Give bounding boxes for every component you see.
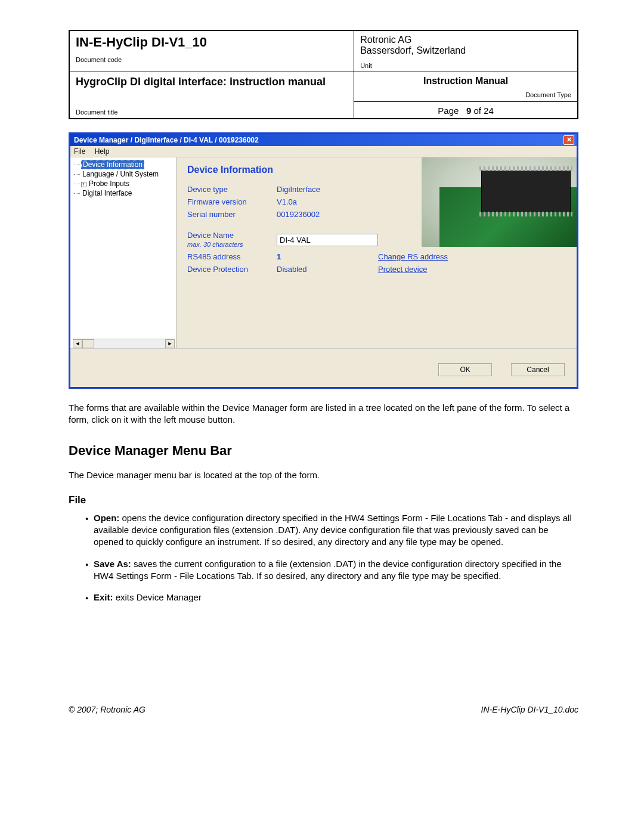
ok-button[interactable]: OK [438, 363, 492, 376]
tree-item-digital-interface[interactable]: Digital Interface [73, 188, 175, 198]
row-device-name: Device Name max. 30 characters [187, 231, 566, 249]
tree-item-language-unit[interactable]: Language / Unit System [73, 169, 175, 179]
document-header: IN-E-HyClip DI-V1_10 Document code Rotro… [69, 30, 578, 119]
window-menubar: File Help [70, 146, 577, 157]
doctype-label: Document Type [360, 86, 571, 98]
row-firmware: Firmware version V1.0a [187, 197, 566, 206]
change-rs-address-link[interactable]: Change RS address [378, 252, 448, 261]
window-title: Device Manager / DigiInterface / DI-4 VA… [74, 136, 259, 144]
footer-right: IN-E-HyClip DI-V1_10.doc [481, 705, 578, 714]
list-item: Save As: saves the current configuration… [85, 558, 578, 583]
scroll-thumb[interactable] [82, 339, 94, 348]
menu-help[interactable]: Help [95, 147, 110, 156]
company-line1: Rotronic AG [360, 35, 571, 45]
device-name-input[interactable] [277, 234, 378, 246]
protect-device-link[interactable]: Protect device [378, 265, 427, 274]
device-info-panel: Device Information Device type DigiInter… [177, 157, 577, 348]
doc-code: IN-E-HyClip DI-V1_10 [76, 35, 348, 50]
list-item: Open: opens the device configuration dir… [85, 512, 578, 549]
menu-file[interactable]: File [74, 147, 85, 156]
form-tree[interactable]: Device Information Language / Unit Syste… [70, 157, 177, 348]
button-bar: OK Cancel [70, 348, 577, 387]
row-device-type: Device type DigiInterface [187, 185, 566, 194]
doc-title: HygroClip DI digital interface: instruct… [76, 76, 348, 88]
cancel-button[interactable]: Cancel [511, 363, 565, 376]
file-menu-list: Open: opens the device configuration dir… [69, 512, 578, 604]
tree-horizontal-scrollbar[interactable]: ◄ ► [73, 339, 175, 348]
scroll-left-icon[interactable]: ◄ [73, 339, 82, 348]
list-item: Exit: exits Device Manager [85, 592, 578, 603]
paragraph-1: The forms that are available within the … [69, 402, 578, 426]
subsection-file: File [69, 494, 578, 506]
manual-label: Instruction Manual [423, 76, 508, 86]
expand-icon[interactable]: + [81, 182, 86, 187]
row-serial: Serial number 0019236002 [187, 210, 566, 219]
paragraph-2: The Device manager menu bar is located a… [69, 469, 578, 481]
page-indicator: Page 9 of 24 [354, 101, 578, 119]
row-protection: Device Protection Disabled Protect devic… [187, 265, 566, 274]
unit-label: Unit [360, 56, 571, 69]
row-rs485: RS485 address 1 Change RS address [187, 252, 566, 261]
footer-left: © 2007; Rotronic AG [69, 705, 145, 714]
scroll-right-icon[interactable]: ► [165, 339, 175, 348]
device-manager-window: Device Manager / DigiInterface / DI-4 VA… [69, 132, 578, 389]
close-icon[interactable]: ✕ [564, 135, 574, 145]
company-line2: Bassersdorf, Switzerland [360, 45, 571, 56]
doc-title-label: Document title [76, 88, 348, 116]
page-footer: © 2007; Rotronic AG IN-E-HyClip DI-V1_10… [69, 705, 578, 714]
section-heading: Device Manager Menu Bar [69, 443, 578, 459]
window-titlebar[interactable]: Device Manager / DigiInterface / DI-4 VA… [70, 134, 577, 146]
doc-code-label: Document code [76, 50, 348, 63]
tree-item-probe-inputs[interactable]: +Probe Inputs [73, 179, 175, 188]
tree-item-device-information[interactable]: Device Information [73, 160, 175, 169]
